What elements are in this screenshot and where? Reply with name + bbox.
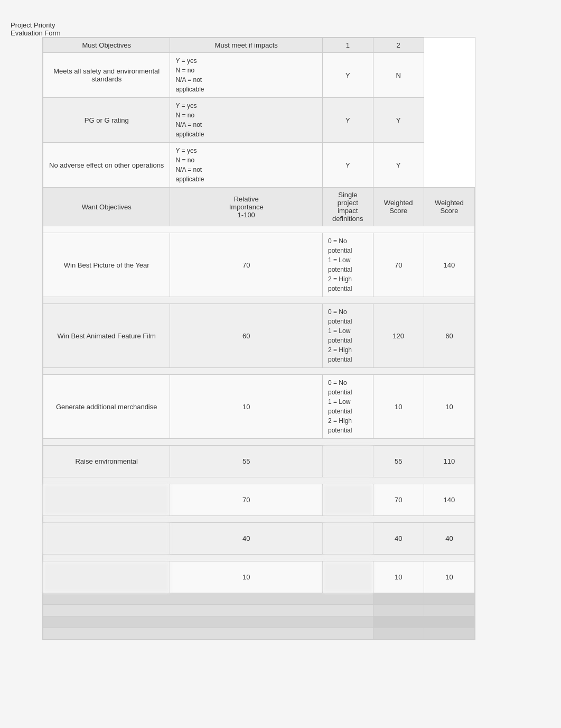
want-spacer	[43, 226, 475, 233]
want-score1-1: 70	[373, 233, 424, 297]
want-score1-2: 120	[373, 304, 424, 368]
want-obj-1: Win Best Picture of the Year	[43, 233, 170, 297]
evaluation-table: Must Objectives Must meet if impacts 1 2…	[42, 37, 475, 640]
want-spacer-6	[43, 516, 475, 523]
want-row-6: 40 40 40	[43, 523, 475, 555]
must-row-3: No adverse effect on other operations Y …	[43, 143, 475, 188]
want-impact-2: 0 = No potential 1 = Low potential 2 = H…	[322, 304, 373, 368]
must-header-col2: Must meet if impacts	[170, 38, 323, 53]
want-obj-4: Raise environmental	[43, 446, 170, 477]
want-score2-6: 40	[424, 523, 474, 555]
want-impact-1: 0 = No potential 1 = Low potential 2 = H…	[322, 233, 373, 297]
want-row-4: Raise environmental 55 55 110	[43, 446, 475, 477]
must-obj-1: Meets all safety and environmental stand…	[43, 53, 170, 98]
want-header-col2: Relative Importance 1-100	[170, 188, 323, 226]
want-row-5: 70 70 140	[43, 484, 475, 516]
want-impact-3: 0 = No potential 1 = Low potential 2 = H…	[322, 375, 373, 439]
want-impact-5	[322, 484, 373, 516]
want-impact-6	[322, 523, 373, 555]
want-obj-5	[43, 484, 170, 516]
want-importance-3: 10	[170, 375, 323, 439]
want-row-2: Win Best Animated Feature Film 60 0 = No…	[43, 304, 475, 368]
must-v1-1: Y	[322, 53, 373, 98]
must-v1-3: Y	[322, 143, 373, 188]
must-impact-2: Y = yes N = no N/A = not applicable	[170, 98, 323, 143]
must-impact-1: Y = yes N = no N/A = not applicable	[170, 53, 323, 98]
want-obj-6	[43, 523, 170, 555]
want-score2-3: 10	[424, 375, 474, 439]
want-importance-7: 10	[170, 561, 323, 593]
want-score2-1: 140	[424, 233, 474, 297]
want-score1-6: 40	[373, 523, 424, 555]
want-importance-4: 55	[170, 446, 323, 477]
want-score1-5: 70	[373, 484, 424, 516]
want-score1-3: 10	[373, 375, 424, 439]
must-impact-3: Y = yes N = no N/A = not applicable	[170, 143, 323, 188]
want-score1-4: 55	[373, 446, 424, 477]
want-importance-6: 40	[170, 523, 323, 555]
empty-row-1	[43, 593, 475, 605]
want-importance-5: 70	[170, 484, 323, 516]
must-header-col4: 2	[373, 38, 424, 53]
must-obj-2: PG or G rating	[43, 98, 170, 143]
empty-row-3	[43, 616, 475, 628]
want-importance-2: 60	[170, 304, 323, 368]
want-impact-7	[322, 561, 373, 593]
want-header-col4: Weighted Score	[373, 188, 424, 226]
want-spacer-3	[43, 368, 475, 375]
want-row-7: 10 10 10	[43, 561, 475, 593]
must-v2-2: Y	[373, 98, 424, 143]
want-header-col3: Single project impact definitions	[322, 188, 373, 226]
must-header-col3: 1	[322, 38, 373, 53]
want-obj-7	[43, 561, 170, 593]
want-spacer-7	[43, 555, 475, 561]
want-score2-7: 10	[424, 561, 474, 593]
want-score2-4: 110	[424, 446, 474, 477]
want-row-1: Win Best Picture of the Year 70 0 = No p…	[43, 233, 475, 297]
want-header-col5: Weighted Score	[424, 188, 474, 226]
want-spacer-5	[43, 477, 475, 484]
want-score2-5: 140	[424, 484, 474, 516]
want-score2-2: 60	[424, 304, 474, 368]
page-title: Project Priority Evaluation Form	[11, 21, 550, 37]
must-row-2: PG or G rating Y = yes N = no N/A = not …	[43, 98, 475, 143]
want-spacer-4	[43, 439, 475, 446]
want-obj-3: Generate additional merchandise	[43, 375, 170, 439]
must-v2-1: N	[373, 53, 424, 98]
must-row-1: Meets all safety and environmental stand…	[43, 53, 475, 98]
want-impact-4	[322, 446, 373, 477]
must-v2-3: Y	[373, 143, 424, 188]
want-header-col1: Want Objectives	[43, 188, 170, 226]
want-row-3: Generate additional merchandise 10 0 = N…	[43, 375, 475, 439]
must-header-col1: Must Objectives	[43, 38, 170, 53]
must-v1-2: Y	[322, 98, 373, 143]
must-obj-3: No adverse effect on other operations	[43, 143, 170, 188]
want-obj-2: Win Best Animated Feature Film	[43, 304, 170, 368]
want-importance-1: 70	[170, 233, 323, 297]
empty-row-2	[43, 605, 475, 616]
empty-row-4	[43, 628, 475, 640]
want-spacer-2	[43, 297, 475, 304]
want-score1-7: 10	[373, 561, 424, 593]
